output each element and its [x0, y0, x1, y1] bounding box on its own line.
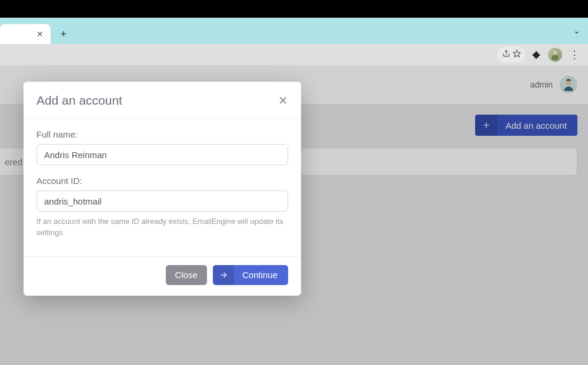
fullname-field-group: Full name: [36, 129, 288, 165]
account-id-input[interactable] [36, 190, 288, 212]
account-id-field-group: Account ID: If an account with the same … [36, 176, 288, 239]
browser-tabs-bar: ✕ + ⌄ [0, 18, 588, 44]
svg-rect-2 [552, 55, 559, 60]
close-button-label: Close [175, 270, 198, 280]
close-icon: ✕ [278, 94, 288, 107]
share-star-group [497, 46, 526, 63]
extensions-icon[interactable] [528, 46, 544, 63]
account-id-label: Account ID: [36, 176, 288, 186]
new-tab-button[interactable]: + [55, 26, 72, 42]
modal-overlay: Add an account ✕ Full name: Account ID: … [0, 65, 588, 365]
account-id-help-text: If an account with the same ID already e… [36, 216, 288, 239]
continue-button-label: Continue [242, 270, 278, 280]
star-icon[interactable] [513, 49, 521, 60]
modal-header: Add an account ✕ [24, 82, 301, 119]
browser-tab[interactable]: ✕ [0, 24, 51, 44]
profile-avatar[interactable] [547, 46, 563, 63]
browser-menu-icon[interactable]: ⋮ [566, 46, 582, 63]
close-button[interactable]: Close [166, 265, 207, 285]
browser-toolbar: ⋮ [0, 44, 588, 65]
fullname-input[interactable] [36, 144, 288, 165]
fullname-label: Full name: [36, 129, 288, 139]
modal-body: Full name: Account ID: If an account wit… [24, 119, 301, 256]
arrow-right-icon [213, 265, 234, 285]
close-tab-icon[interactable]: ✕ [36, 29, 44, 39]
modal-title: Add an account [36, 93, 122, 108]
browser-window-top [0, 0, 588, 18]
tabs-overflow-button[interactable]: ⌄ [573, 26, 580, 35]
svg-marker-0 [513, 50, 520, 57]
add-account-modal: Add an account ✕ Full name: Account ID: … [24, 82, 301, 296]
modal-close-button[interactable]: ✕ [278, 93, 288, 108]
continue-button[interactable]: Continue [213, 265, 288, 285]
share-icon[interactable] [502, 49, 510, 60]
modal-footer: Close Continue [24, 256, 301, 296]
